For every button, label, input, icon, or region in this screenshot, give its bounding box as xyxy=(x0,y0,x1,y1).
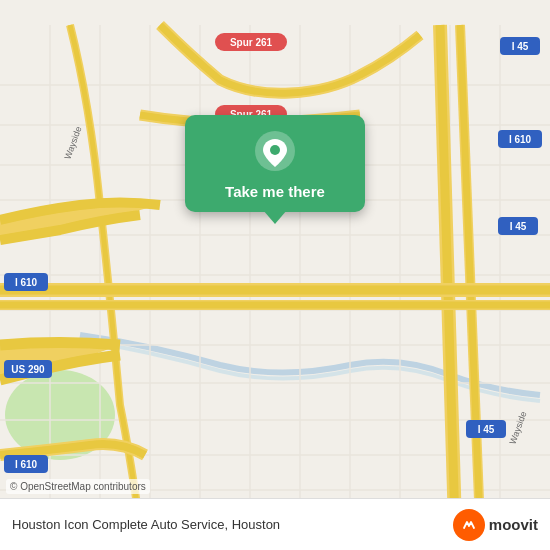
location-label: Houston Icon Complete Auto Service, Hous… xyxy=(12,517,453,532)
location-pin-icon xyxy=(253,129,297,173)
svg-text:I 610: I 610 xyxy=(509,134,532,145)
svg-text:Wayside: Wayside xyxy=(507,410,528,446)
svg-text:Wayside: Wayside xyxy=(62,125,83,161)
moovit-icon xyxy=(453,509,485,541)
map-container: Spur 261 Spur 261 I 45 I 610 I 610 I 45 … xyxy=(0,0,550,550)
svg-text:I 45: I 45 xyxy=(510,221,527,232)
svg-text:I 610: I 610 xyxy=(15,459,38,470)
svg-text:I 610: I 610 xyxy=(15,277,38,288)
svg-text:US 290: US 290 xyxy=(11,364,45,375)
map-attribution: © OpenStreetMap contributors xyxy=(6,479,150,494)
svg-point-45 xyxy=(270,145,280,155)
svg-text:Spur 261: Spur 261 xyxy=(230,37,273,48)
popup-card[interactable]: Take me there xyxy=(185,115,365,212)
moovit-text: moovit xyxy=(489,516,538,533)
svg-text:I 45: I 45 xyxy=(478,424,495,435)
moovit-logo: moovit xyxy=(453,509,538,541)
svg-text:I 45: I 45 xyxy=(512,41,529,52)
bottom-bar: Houston Icon Complete Auto Service, Hous… xyxy=(0,498,550,550)
map-roads-svg: Spur 261 Spur 261 I 45 I 610 I 610 I 45 … xyxy=(0,0,550,550)
popup-label: Take me there xyxy=(225,183,325,200)
